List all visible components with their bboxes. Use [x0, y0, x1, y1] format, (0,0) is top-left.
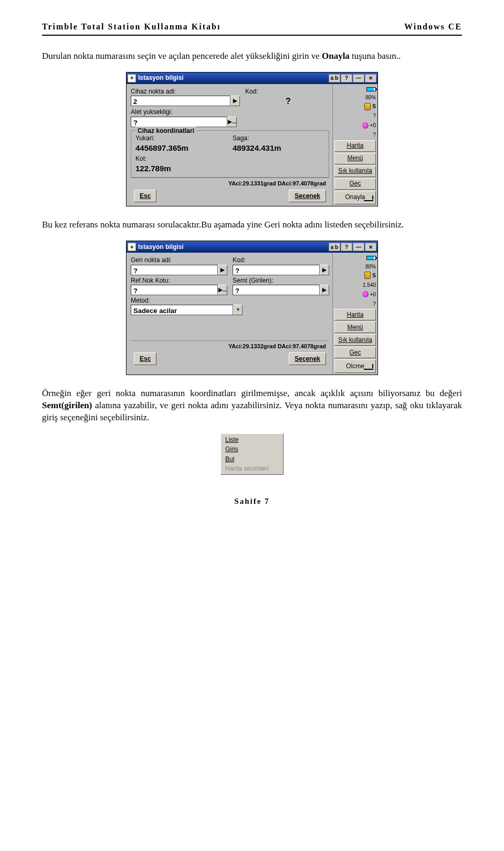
kod-label: Kod: [233, 256, 329, 264]
geri-input[interactable]: ? [131, 265, 218, 275]
semt-label: Semt (Girilen): [233, 276, 329, 285]
paragraph-3: Örneğin eğer geri nokta numarasının koor… [42, 388, 462, 424]
close-button[interactable]: ✕ [365, 243, 376, 251]
angle-statusbar: . YAci:29.1331grad DAci:97.4078grad [131, 178, 329, 189]
ref-more-button[interactable]: ▶... [218, 285, 227, 295]
onayla-button[interactable]: Onayla [334, 191, 376, 204]
ab-button[interactable]: a b [329, 74, 340, 82]
enter-icon [363, 366, 373, 371]
paragraph-2: Bu kez referans nokta numarası sorulacak… [42, 219, 462, 231]
harita-button[interactable]: Harita [334, 140, 376, 152]
ab-button[interactable]: a b [329, 243, 340, 251]
context-menu: Liste Giris Bul Harita secimleri [220, 433, 284, 475]
window-title: Istasyon bilgisi [138, 74, 328, 82]
battery-icon [366, 256, 376, 260]
close-button[interactable]: ✕ [365, 74, 376, 82]
battery-percent: 80% [365, 263, 376, 271]
menu-item-giris[interactable]: Giris [222, 444, 282, 454]
header-right: Windows CE [404, 21, 462, 33]
menu-item-liste[interactable]: Liste [222, 435, 282, 444]
titlebar: ✦ Istasyon bilgisi a b ? — ✕ [127, 241, 377, 253]
cihaz-label: Cihaz nokta adi: [131, 87, 240, 96]
window-main: Cihaz nokta adi: 2 ▶ Kod: ? Alet yuksekl… [127, 84, 332, 206]
page-footer: Sahife 7 [42, 496, 462, 506]
secenek-button[interactable]: Secenek [289, 190, 326, 202]
yukari-label: Yukari: [135, 134, 227, 142]
instrument-icon [364, 272, 371, 279]
side-panel: 80% S ? +0 ? Harita Menü Sık kullanıla G… [332, 84, 377, 206]
alet-label: Alet yuksekligi: [131, 108, 237, 116]
secenek-button[interactable]: Secenek [289, 352, 326, 365]
kot-label: Kot: [135, 154, 324, 163]
paragraph-1: Durulan nokta numarasını seçin ve açılan… [42, 50, 462, 63]
header-left: Trimble Total Station Kullanma Kitabı [42, 21, 220, 33]
gec-button[interactable]: Gec [334, 347, 376, 358]
screenshot-2: ✦ Istasyon bilgisi a b ? — ✕ Geri nokta … [42, 241, 462, 375]
metod-select[interactable]: Sadece acilar [131, 305, 233, 315]
harita-button[interactable]: Harita [334, 309, 376, 320]
angle-statusbar: . YAci:29.1332grad DAci:97.4078grad [131, 340, 329, 352]
saga-value: 489324.431m [233, 143, 324, 153]
gec-button[interactable]: Gec [334, 178, 376, 190]
prism-icon [362, 122, 369, 129]
metod-dropdown-button[interactable] [233, 305, 243, 315]
angle-status: YAci:29.1331grad DAci:97.4078grad [228, 180, 326, 188]
sik-button[interactable]: Sık kullanıla [334, 334, 376, 346]
window-title: Istasyon bilgisi [138, 243, 328, 251]
alet-input[interactable]: ? [131, 117, 227, 127]
help-button[interactable]: ? [341, 74, 352, 82]
yukari-value: 4456897.365m [135, 143, 227, 153]
coords-groupbox: Cihaz koordinatlari Yukari: 4456897.365m… [131, 130, 329, 178]
menu-item-harita-secimleri: Harita secimleri [222, 464, 282, 473]
saga-label: Saga: [233, 134, 324, 142]
app-icon: ✦ [128, 74, 136, 82]
battery-icon [366, 87, 376, 91]
s-label: S [372, 272, 376, 279]
semt-input[interactable]: ? [233, 285, 320, 295]
prism-icon [362, 291, 369, 297]
metod-label: Metod: [131, 296, 243, 305]
prism-q: ? [373, 131, 376, 139]
ref-label: Ref.Nok Kotu: [131, 276, 227, 285]
angle-status: YAci:29.1332grad DAci:97.4078grad [228, 343, 326, 350]
window-istasyon-1: ✦ Istasyon bilgisi a b ? — ✕ Cihaz nokta… [126, 72, 378, 207]
esc-button[interactable]: Esc [134, 352, 156, 365]
minimize-button[interactable]: — [353, 243, 364, 251]
minimize-button[interactable]: — [353, 74, 364, 82]
titlebar: ✦ Istasyon bilgisi a b ? — ✕ [127, 72, 377, 84]
menu-item-bul[interactable]: Bul [222, 454, 282, 464]
alet-more-button[interactable]: ▶... [227, 117, 237, 127]
window-istasyon-2: ✦ Istasyon bilgisi a b ? — ✕ Geri nokta … [126, 241, 378, 375]
kod-value: ? [286, 96, 291, 107]
geri-arrow-button[interactable]: ▶ [218, 265, 227, 275]
groupbox-title: Cihaz koordinatlari [135, 127, 196, 135]
enter-icon [363, 198, 373, 203]
menu-button[interactable]: Menü [334, 321, 376, 333]
kot-value: 122.789m [135, 163, 324, 174]
instrument-icon [364, 103, 371, 110]
plus-zero: +0 [370, 122, 376, 129]
olcme-button[interactable]: Olcme [334, 359, 376, 373]
sik-button[interactable]: Sık kullanıla [334, 165, 376, 177]
geri-label: Geri nokta adi: [131, 256, 227, 264]
ref-input[interactable]: ? [131, 285, 218, 295]
cihaz-arrow-button[interactable]: ▶ [230, 96, 240, 106]
cihaz-input[interactable]: 2 [131, 96, 230, 106]
help-button[interactable]: ? [341, 243, 352, 251]
prism-q: ? [373, 300, 376, 308]
esc-button[interactable]: Esc [134, 190, 156, 202]
s-label: S [372, 103, 376, 110]
plus-zero: +0 [370, 291, 376, 298]
app-icon: ✦ [128, 243, 136, 251]
battery-percent: 80% [365, 94, 376, 101]
menu-button[interactable]: Menü [334, 153, 376, 164]
screenshot-1: ✦ Istasyon bilgisi a b ? — ✕ Cihaz nokta… [42, 72, 462, 207]
semt-arrow-button[interactable]: ▶ [320, 285, 329, 295]
kod-input[interactable]: ? [233, 265, 320, 275]
window-main: Geri nokta adi: ? ▶ Kod: ? ▶ [127, 253, 332, 375]
header-rule [42, 35, 462, 36]
kod-label: Kod: [245, 87, 329, 96]
kod-arrow-button[interactable]: ▶ [320, 265, 329, 275]
height-value: 1.540 [363, 282, 376, 289]
inst-q: ? [373, 112, 376, 120]
